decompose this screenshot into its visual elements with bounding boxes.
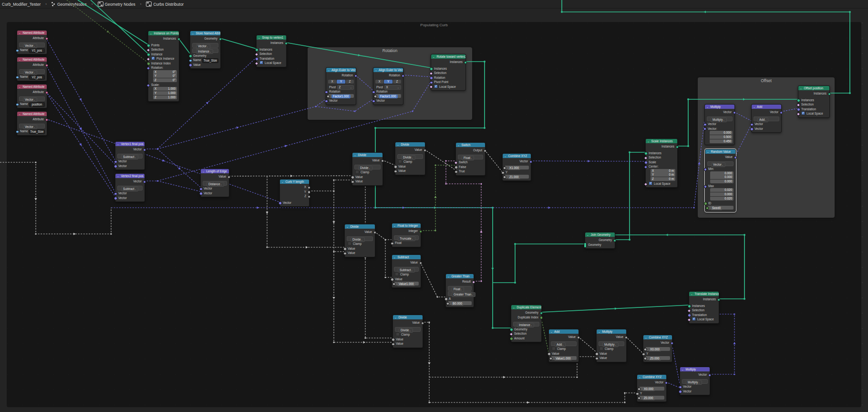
socket[interactable] [325, 91, 328, 94]
node-header[interactable]: ⌄ Multiply [680, 367, 710, 371]
socket[interactable] [430, 76, 433, 80]
socket[interactable] [394, 170, 397, 173]
socket[interactable] [529, 160, 533, 164]
socket[interactable] [16, 103, 19, 106]
socket[interactable] [595, 357, 599, 360]
checkbox[interactable] [151, 56, 155, 60]
socket[interactable] [548, 352, 551, 356]
vector-field[interactable]: Z0 m [651, 177, 675, 181]
socket[interactable] [549, 357, 553, 360]
socket[interactable] [343, 252, 347, 255]
node-add-float[interactable]: ⌄ AddValueAdd⌄ClampValueValue1.000 [548, 329, 579, 362]
breadcrumb-item[interactable]: Curb_Modifier_Tester [0, 0, 42, 8]
socket[interactable] [484, 149, 487, 153]
socket[interactable] [679, 386, 682, 389]
socket[interactable] [703, 123, 707, 127]
node-vertex2-final-pos[interactable]: ⌄ Vertex2 final posVectorSubtract⌄Vector… [115, 173, 145, 202]
socket[interactable] [704, 202, 707, 205]
vector-field[interactable]: Y0 m [651, 173, 675, 177]
socket[interactable] [419, 262, 423, 265]
node-add-vector-offset[interactable]: ⌄ AddVectorAdd⌄VectorVector [751, 104, 782, 133]
node-header[interactable]: ⌄ Combine XYZ [643, 335, 672, 339]
socket[interactable] [613, 239, 617, 243]
socket[interactable] [308, 195, 311, 199]
node-divide-1[interactable]: ⌄ DivideValueDivide⌄ClampValueValue [352, 152, 383, 186]
socket[interactable] [392, 338, 395, 341]
socket[interactable] [510, 337, 513, 340]
node-translate-instances[interactable]: ⌄ Translate InstancesInstancesInstancesS… [689, 291, 719, 324]
socket[interactable] [676, 146, 679, 149]
socket[interactable] [325, 100, 328, 103]
checkbox[interactable] [692, 317, 696, 321]
socket[interactable] [308, 186, 311, 190]
node-join-geometry[interactable]: ⌄ Join GeometryGeometryGeometry [585, 232, 615, 249]
socket[interactable] [114, 160, 117, 164]
node-header[interactable]: ⌄ Offset position [798, 86, 829, 90]
socket[interactable] [717, 298, 721, 302]
socket[interactable] [16, 49, 19, 53]
socket[interactable] [540, 316, 543, 319]
socket[interactable] [424, 149, 427, 152]
vector-field[interactable]: Z0° [153, 78, 177, 82]
socket[interactable] [255, 57, 258, 61]
number-field[interactable]: Factor1.000 [379, 95, 398, 98]
socket[interactable] [430, 67, 433, 71]
socket[interactable] [644, 152, 648, 155]
number-field[interactable]: Z0.000 [642, 396, 655, 400]
socket[interactable] [595, 352, 599, 356]
vector-field[interactable]: 0.020 [710, 188, 734, 192]
vector-field[interactable]: X1.000 [153, 87, 177, 91]
socket[interactable] [189, 63, 192, 67]
socket[interactable] [637, 396, 641, 400]
text-field[interactable]: position [29, 102, 45, 107]
socket[interactable] [733, 111, 736, 115]
node-header[interactable]: ⌄ Add [549, 329, 579, 334]
node-header[interactable]: ⌄ Greater Than [446, 274, 474, 278]
socket[interactable] [688, 314, 691, 317]
node-greater-than[interactable]: ⌄ Greater ThanResultFloat⌄Greater Than⌄A… [445, 274, 474, 307]
socket[interactable] [392, 282, 396, 286]
node-header[interactable]: ⌄ Multiply [705, 105, 734, 109]
node-snap-to-vertex1[interactable]: ⌄ Snap to vertex1InstancesInstancesSelec… [256, 35, 287, 67]
checkbox[interactable] [396, 332, 400, 336]
node-header[interactable]: ⌄ Length of Edge [201, 169, 229, 173]
socket[interactable] [45, 118, 49, 122]
vector-field[interactable]: 0.000 [710, 175, 734, 179]
socket[interactable] [392, 343, 395, 346]
vector-field[interactable]: Y1.000 [153, 91, 177, 95]
socket[interactable] [351, 176, 354, 179]
vector-field[interactable]: Z1.000 [153, 95, 177, 99]
checkbox[interactable] [348, 242, 351, 245]
vector-field[interactable]: 0.450 [710, 139, 733, 143]
node-combine-xyz-1[interactable]: ⌄ Combine XYZVectorX1.000YZ1.000 [502, 153, 531, 181]
node-header[interactable]: ⌄ Named Attribute [17, 57, 47, 62]
socket[interactable] [750, 127, 754, 131]
socket[interactable] [16, 76, 19, 79]
number-field[interactable]: X0.000 [649, 348, 661, 351]
number-field[interactable]: Z0.000 [649, 357, 661, 360]
socket[interactable] [114, 197, 117, 200]
checkbox[interactable] [395, 272, 399, 276]
node-combine-xyz-2[interactable]: ⌄ Combine XYZVectorX0.000YZ0.000 [643, 335, 672, 362]
socket[interactable] [354, 74, 358, 78]
node-header[interactable]: ⌄ Multiply [597, 329, 626, 334]
node-random-value[interactable]: ⌄ Random ValueValueVector⌄Min:0.0000.000… [705, 149, 736, 212]
node-instance-on-points[interactable]: ⌄ Instance on PointsInstancesPointsSelec… [148, 31, 179, 102]
socket[interactable] [189, 59, 192, 63]
node-header[interactable]: ⌄ Divide [393, 315, 423, 319]
socket[interactable] [199, 188, 203, 191]
vector-field[interactable]: X0 m [651, 169, 675, 173]
vector-field[interactable]: 0.020 [710, 197, 734, 201]
node-header[interactable]: ⌄ Named Attribute [17, 31, 47, 35]
socket[interactable] [421, 322, 424, 325]
socket[interactable] [177, 38, 181, 41]
socket[interactable] [665, 381, 668, 385]
checkbox[interactable] [434, 85, 438, 88]
node-header[interactable]: ⌄ Rotate toward vertex2 [431, 54, 465, 59]
node-align-euler-to-vector-2[interactable]: ⌄ Align Euler to VectorRotationXYZPivotX… [373, 67, 403, 105]
socket[interactable] [308, 190, 311, 194]
socket[interactable] [394, 165, 397, 169]
socket[interactable] [114, 165, 117, 168]
socket[interactable] [143, 180, 146, 184]
number-field[interactable]: X0.000 [642, 387, 655, 391]
